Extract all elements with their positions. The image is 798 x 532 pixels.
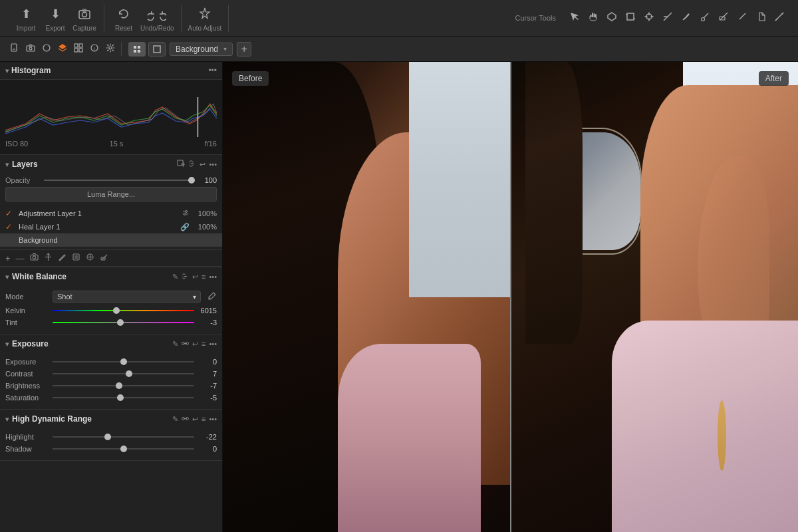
shadow-slider[interactable]: [53, 448, 194, 450]
exposure-edit-icon[interactable]: ✎: [172, 340, 178, 348]
exposure-link-icon[interactable]: [182, 340, 189, 348]
layout-icon[interactable]: [72, 42, 85, 56]
exposure-more-icon[interactable]: •••: [209, 340, 217, 348]
gear-icon[interactable]: [104, 42, 117, 56]
svg-rect-38: [138, 46, 140, 49]
export-button[interactable]: ⬇ Export: [43, 5, 68, 32]
saturation-slider[interactable]: [53, 397, 194, 398]
brightness-slider[interactable]: [53, 385, 194, 386]
clone-tool-icon[interactable]: [755, 11, 766, 25]
gradient-tool-icon[interactable]: [774, 11, 785, 25]
shadow-thumb[interactable]: [120, 446, 127, 452]
opacity-slider[interactable]: [44, 180, 192, 181]
auto-adjust-button[interactable]: Auto Adjust: [188, 5, 222, 32]
import-icon: ⬆: [17, 5, 35, 23]
exposure-menu-icon[interactable]: ≡: [201, 340, 205, 348]
wb-eyedropper-icon[interactable]: [207, 291, 217, 303]
histogram-section-header[interactable]: ▾ Histogram •••: [0, 62, 222, 80]
exposure-section: ▾ Exposure ✎ ↩ ≡ ••• Exposure: [0, 334, 222, 410]
merge-layer-tool[interactable]: [44, 253, 53, 263]
wb-link-icon[interactable]: [182, 273, 189, 281]
pencil-tool-icon[interactable]: [737, 11, 747, 25]
layers-undo-icon[interactable]: ↩: [200, 160, 205, 169]
camera-icon[interactable]: [24, 42, 37, 56]
brush-tool-icon[interactable]: [700, 11, 710, 25]
hdr-undo-icon[interactable]: ↩: [192, 415, 198, 424]
highlight-slider[interactable]: [53, 436, 194, 438]
contrast-slider[interactable]: [53, 373, 194, 374]
layers-link-icon[interactable]: [188, 160, 196, 169]
erase-layer-tool[interactable]: [100, 253, 108, 263]
hand-tool-icon[interactable]: [588, 11, 598, 25]
line-tool-icon[interactable]: [662, 11, 673, 25]
exposure-undo-icon[interactable]: ↩: [192, 340, 198, 348]
wb-kelvin-slider[interactable]: [53, 310, 194, 311]
svg-point-29: [43, 45, 50, 51]
layers-menu-icon[interactable]: •••: [209, 160, 217, 168]
wb-tint-row: Tint -3: [0, 317, 222, 329]
undoredo-button[interactable]: Undo/Redo: [140, 5, 174, 32]
grid-view-button[interactable]: [128, 42, 146, 57]
layer-item-selected[interactable]: ✓ Background: [0, 233, 222, 247]
plus-icon: +: [241, 43, 247, 55]
layer-dropdown[interactable]: Background ▾: [170, 43, 233, 56]
opacity-thumb[interactable]: [188, 177, 195, 184]
auto-adjust-label: Auto Adjust: [188, 25, 222, 32]
wb-kelvin-thumb[interactable]: [113, 307, 120, 314]
hdr-more-icon[interactable]: •••: [209, 415, 217, 423]
hdr-section-header[interactable]: ▾ High Dynamic Range ✎ ↩ ≡ •••: [0, 410, 222, 428]
add-layer-tool[interactable]: +: [5, 253, 11, 263]
pen-tool-icon[interactable]: [681, 11, 692, 25]
layer-check-adj1: ✓: [5, 209, 15, 218]
exposure-thumb[interactable]: [120, 358, 127, 365]
polygon-tool-icon[interactable]: [606, 11, 617, 25]
info-icon[interactable]: i: [88, 42, 101, 56]
single-view-button[interactable]: [148, 42, 166, 57]
luma-range-button[interactable]: Luma Range...: [5, 187, 217, 201]
layer-item[interactable]: ✓ Adjustment Layer 1 100%: [0, 207, 222, 220]
layers-new-icon[interactable]: [177, 160, 185, 169]
add-layer-button[interactable]: +: [237, 42, 251, 57]
svg-point-48: [186, 211, 188, 213]
wb-edit-icon[interactable]: ✎: [172, 273, 178, 281]
photo-before-panel: Before: [223, 62, 510, 532]
camera-layer-tool[interactable]: [30, 253, 39, 263]
reset-button[interactable]: Reset: [111, 5, 136, 32]
shadow-label: Shadow: [5, 445, 49, 453]
layers-section-header[interactable]: ▾ Layers ↩ •••: [0, 155, 222, 174]
heal-layer-tool[interactable]: [86, 253, 94, 263]
saturation-thumb[interactable]: [117, 394, 124, 401]
svg-line-22: [775, 19, 777, 21]
wb-mode-select[interactable]: Shot ▾: [53, 291, 201, 303]
exposure-slider[interactable]: [53, 361, 194, 362]
hdr-link-icon[interactable]: [182, 415, 189, 424]
paint-layer-tool[interactable]: [58, 253, 66, 263]
wb-undo-icon[interactable]: ↩: [192, 273, 198, 281]
reset-label: Reset: [115, 25, 132, 32]
capture-button[interactable]: Capture: [72, 5, 97, 32]
wb-menu-icon[interactable]: ≡: [201, 273, 205, 281]
wb-more-icon[interactable]: •••: [209, 273, 217, 281]
fill-layer-tool[interactable]: [72, 253, 80, 263]
cursor-arrow-icon[interactable]: [569, 11, 580, 25]
highlight-label: Highlight: [5, 433, 49, 441]
crop-tool-icon[interactable]: [625, 11, 636, 25]
wb-tint-slider[interactable]: [53, 322, 194, 323]
import-button[interactable]: ⬆ Import: [13, 5, 39, 32]
hdr-edit-icon[interactable]: ✎: [172, 415, 178, 424]
transform-tool-icon[interactable]: [644, 11, 654, 25]
contrast-thumb[interactable]: [126, 370, 132, 377]
circle-icon[interactable]: [40, 42, 53, 56]
wb-tint-thumb[interactable]: [117, 319, 124, 326]
brightness-thumb[interactable]: [116, 382, 122, 389]
hdr-menu-icon[interactable]: ≡: [201, 415, 205, 423]
layer-item[interactable]: ✓ Heal Layer 1 🔗 100%: [0, 220, 222, 233]
histogram-menu-icon[interactable]: •••: [208, 66, 217, 75]
remove-layer-tool[interactable]: —: [16, 253, 25, 263]
file-icon[interactable]: [8, 42, 21, 56]
exposure-section-header[interactable]: ▾ Exposure ✎ ↩ ≡ •••: [0, 334, 222, 353]
eraser-tool-icon[interactable]: [718, 11, 729, 25]
wb-section-header[interactable]: ▾ White Balance ✎ ↩ ≡ •••: [0, 267, 222, 286]
highlight-thumb[interactable]: [104, 434, 111, 440]
layers-icon[interactable]: [56, 42, 69, 56]
